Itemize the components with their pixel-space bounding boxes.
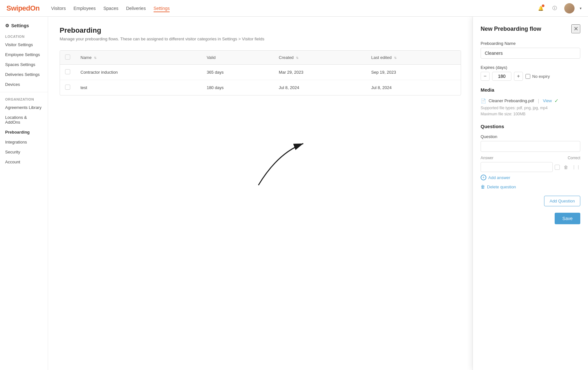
row-created-1: Jul 8, 2024 [274,80,366,95]
header-created-label: Created [279,55,294,60]
add-question-row: Add Question [481,196,580,206]
row-checkbox-col-0 [60,65,75,80]
sidebar-item-account[interactable]: Account [0,157,48,167]
save-button[interactable]: Save [555,213,580,224]
row-checkbox-1[interactable] [65,85,70,90]
organization-section-label: ORGANIZATION [0,95,48,103]
save-row: Save [481,213,580,224]
question-input[interactable] [481,141,580,152]
page-title: Preboarding [60,26,461,35]
sort-name-icon: ⇅ [94,56,97,60]
delete-answer-icon[interactable]: 🗑 [562,163,570,171]
decrement-button[interactable]: − [481,72,490,81]
sidebar-item-visitor-settings[interactable]: Visitor Settings [0,40,48,50]
media-supported-hint: Supported file types: pdf, png, jpg, mp4 [481,105,580,111]
answer-row: 🗑 ⋮⋮ [481,162,580,172]
nav-deliveries[interactable]: Deliveries [126,4,146,12]
sidebar-item-employee-settings[interactable]: Employee Settings [0,50,48,60]
table-row[interactable]: Contractor induction 365 days Mar 29, 20… [60,65,461,80]
no-expiry-checkbox[interactable] [525,74,530,79]
nav-spaces[interactable]: Spaces [103,4,118,12]
correct-header-label: Correct [568,156,580,160]
main-content: Preboarding Manage your preboarding flow… [48,17,473,370]
sidebar-item-security[interactable]: Security [0,147,48,157]
help-icon[interactable]: ⓘ [550,4,559,13]
row-created-0: Mar 29, 2023 [274,65,366,80]
nav-employees[interactable]: Employees [73,4,96,12]
expires-label: Expires (days) [481,65,580,70]
avatar[interactable] [564,3,575,13]
gear-icon: ⚙ [5,23,9,28]
expires-row: − + No expiry [481,72,580,81]
row-checkbox-0[interactable] [65,69,70,74]
close-panel-button[interactable]: ✕ [571,24,580,33]
table-row[interactable]: test 180 days Jul 8, 2024 Jul 8, 2024 [60,80,461,95]
sidebar-item-preboarding[interactable]: Preboarding [0,127,48,137]
nav-right: 🔔 ⓘ ▾ [536,3,582,13]
row-name-1: test [75,80,202,95]
success-check-icon: ✓ [554,98,559,104]
row-valid-0: 365 days [202,65,274,80]
preboarding-table: Name ⇅ Valid Created ⇅ Last edited ⇅ [60,50,461,95]
answer-correct-checkbox[interactable] [555,165,560,170]
header-valid: Valid [202,51,274,65]
nav-settings[interactable]: Settings [154,4,170,12]
sidebar-item-integrations[interactable]: Integrations [0,137,48,147]
new-preboarding-panel: New Preboarding flow ✕ Preboarding Name … [473,17,588,370]
nav-visitors[interactable]: Visitors [51,4,66,12]
view-file-link[interactable]: View [543,98,552,103]
header-name[interactable]: Name ⇅ [75,51,202,65]
app-logo: SwipedOn [6,4,40,12]
preboarding-name-input[interactable] [481,48,580,59]
row-name-0: Contractor induction [75,65,202,80]
header-last-edited[interactable]: Last edited ⇅ [366,51,461,65]
add-answer-label: Add answer [488,175,510,180]
sidebar-item-locations-addons[interactable]: Locations & AddOns [0,112,48,127]
user-menu-chevron[interactable]: ▾ [580,6,582,11]
header-name-label: Name [80,55,92,60]
select-all-checkbox[interactable] [65,54,70,60]
top-navigation: SwipedOn Visitors Employees Spaces Deliv… [0,0,588,17]
drag-handle-icon[interactable]: ⋮⋮ [572,163,580,171]
sidebar-item-agreements-library[interactable]: Agreements Library [0,103,48,112]
sidebar-item-devices[interactable]: Devices [0,79,48,89]
media-section-title: Media [481,87,580,93]
delete-question-button[interactable]: 🗑 Delete question [481,184,580,189]
answer-input[interactable] [481,162,553,172]
header-created[interactable]: Created ⇅ [274,51,366,65]
row-valid-1: 180 days [202,80,274,95]
no-expiry-label[interactable]: No expiry [525,74,550,79]
notification-dot [542,4,544,7]
preboarding-name-group: Preboarding Name [481,41,580,59]
sidebar-item-spaces-settings[interactable]: Spaces Settings [0,60,48,70]
add-answer-plus-icon: + [481,175,486,180]
media-section: Media 📄 Cleaner Preboarding.pdf | View ✓… [481,87,580,117]
pipe-separator: | [538,98,539,103]
delete-question-trash-icon: 🗑 [481,184,485,189]
panel-title: New Preboarding flow [481,26,541,32]
expires-value-input[interactable] [492,72,511,81]
add-answer-button[interactable]: + Add answer [481,175,580,180]
sort-created-icon: ⇅ [296,56,298,60]
media-max-size-hint: Maximum file size: 100MB [481,111,580,117]
question-label: Question [481,134,580,139]
header-checkbox-col [60,51,75,65]
answer-header-label: Answer [481,156,493,160]
file-document-icon: 📄 [481,98,486,103]
table: Name ⇅ Valid Created ⇅ Last edited ⇅ [60,51,461,95]
sort-last-edited-icon: ⇅ [394,56,397,60]
sidebar: ⚙ Settings LOCATION Visitor Settings Emp… [0,17,48,370]
sidebar-item-deliveries-settings[interactable]: Deliveries Settings [0,70,48,79]
sidebar-divider [0,92,48,92]
media-file-name: Cleaner Preboarding.pdf [489,98,534,103]
preboarding-name-label: Preboarding Name [481,41,580,46]
page-description: Manage your preboarding flows. These can… [60,37,461,41]
expires-group: Expires (days) − + No expiry [481,65,580,81]
main-layout: ⚙ Settings LOCATION Visitor Settings Emp… [0,0,588,370]
media-file-row: 📄 Cleaner Preboarding.pdf | View ✓ [481,98,580,104]
notifications-icon[interactable]: 🔔 [536,4,545,13]
add-question-button[interactable]: Add Question [544,196,580,206]
answer-header: Answer Correct [481,156,580,160]
increment-button[interactable]: + [514,72,523,81]
arrow-annotation [252,127,316,192]
